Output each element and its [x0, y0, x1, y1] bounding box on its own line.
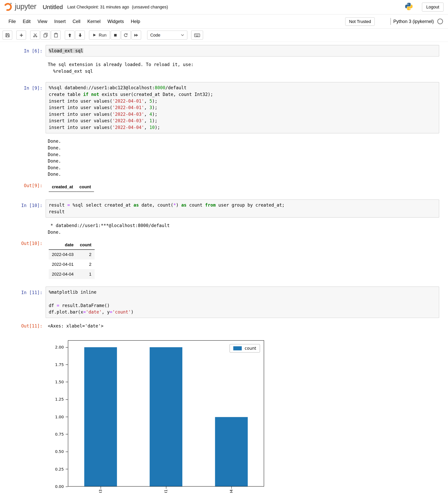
table-header-row: created_atcount	[49, 182, 94, 192]
code-line: result = %sql select created_at as date,…	[49, 202, 436, 209]
notebook-title[interactable]: Untitled	[43, 3, 63, 11]
jupyter-logo[interactable]: jupyter	[3, 2, 36, 12]
code-input[interactable]: %%sql databend://user1:abc123@localhost:…	[46, 82, 439, 134]
table-header-row: datecount	[49, 240, 95, 249]
chart-axes	[68, 340, 264, 486]
move-cell-down-button[interactable]	[75, 31, 85, 40]
x-tick-mark	[231, 486, 232, 489]
not-trusted-button[interactable]: Not Trusted	[345, 17, 375, 25]
x-tick-label: 2022-04-04	[229, 490, 234, 493]
y-tick-mark	[66, 347, 68, 347]
code-line: %matplotlib inline	[49, 289, 436, 296]
table-row: 2022-04-041	[49, 269, 95, 279]
code-cell: In [11]:%matplotlib inline df = result.D…	[17, 287, 439, 493]
save-button[interactable]	[2, 31, 12, 40]
y-tick-label: 1.25	[46, 397, 64, 402]
code-cell: In [10]:result = %sql select created_at …	[17, 199, 439, 279]
logout-button[interactable]: Logout	[422, 2, 444, 11]
cell-output-area: Done. Done. Done. Done. Done. Done.	[17, 138, 439, 178]
page: jupyter Untitled Last Checkpoint: 31 min…	[0, 0, 448, 493]
code-input[interactable]: %load_ext sql	[46, 45, 439, 57]
output-text: * databend://user1:***@localhost:8000/de…	[46, 222, 170, 235]
input-prompt: In [11]:	[17, 287, 46, 296]
scissors-icon	[33, 33, 38, 38]
legend-swatch	[233, 346, 242, 350]
menu-edit[interactable]: Edit	[19, 19, 34, 24]
move-cell-up-button[interactable]	[65, 31, 75, 40]
output-text: <Axes: xlabel='date'>	[46, 323, 103, 329]
restart-run-all-button[interactable]	[131, 31, 141, 40]
menu-help[interactable]: Help	[127, 19, 144, 24]
copy-icon	[43, 33, 48, 38]
stop-icon	[113, 33, 118, 38]
y-tick-label: 1.75	[46, 362, 64, 367]
table-row: 2022-04-032	[49, 250, 95, 259]
bar-chart-figure: 0.000.250.500.751.001.251.501.752.002022…	[46, 338, 266, 493]
table-cell: 2	[77, 250, 95, 259]
keyboard-icon	[194, 33, 200, 38]
y-tick-label: 0.50	[46, 449, 64, 454]
code-line: %%sql databend://user1:abc123@localhost:…	[49, 85, 436, 91]
code-line: insert into user values('2022-04-01', 3)…	[49, 104, 436, 111]
kernel-status-icon	[437, 19, 443, 24]
arrow-up-icon	[67, 33, 72, 38]
cell-type-value: Code	[150, 33, 160, 37]
save-icon	[5, 33, 10, 38]
cell-output-area: 0.000.250.500.751.001.251.501.752.002022…	[17, 334, 439, 493]
chevron-down-icon	[181, 33, 184, 37]
output-text: Done. Done. Done. Done. Done. Done.	[46, 138, 61, 178]
code-line: %load_ext sql	[49, 48, 436, 54]
paste-cell-button[interactable]	[51, 31, 61, 40]
interrupt-kernel-button[interactable]	[111, 31, 120, 40]
y-tick-label: 2.00	[46, 345, 64, 350]
table-column-header: count	[76, 182, 94, 192]
cell-output-area: Out[11]:<Axes: xlabel='date'>	[17, 323, 439, 329]
fast-forward-icon	[134, 33, 139, 38]
kernel-name: Python 3 (ipykernel)	[393, 19, 434, 24]
cell-type-select[interactable]: Code	[147, 31, 187, 40]
menu-widgets[interactable]: Widgets	[104, 19, 127, 24]
output-prompt: Out[11]:	[17, 323, 46, 329]
add-cell-button[interactable]	[16, 31, 26, 40]
y-tick-mark	[66, 469, 68, 470]
legend-label: count	[245, 346, 256, 351]
menu-kernel[interactable]: Kernel	[84, 19, 104, 24]
table-column-header: created_at	[49, 182, 76, 192]
y-tick-label: 0.25	[46, 467, 64, 472]
menu-cell[interactable]: Cell	[69, 19, 84, 24]
chart-legend: count	[230, 344, 260, 352]
code-input[interactable]: result = %sql select created_at as date,…	[46, 199, 439, 218]
restart-kernel-button[interactable]	[121, 31, 131, 40]
menu-view[interactable]: View	[34, 19, 51, 24]
code-line: insert into user values('2022-04-04', 10…	[49, 124, 436, 131]
y-tick-mark	[66, 364, 68, 365]
output-text: The sql extension is already loaded. To …	[46, 61, 194, 75]
plus-icon	[19, 33, 24, 38]
cell-output-area: Out[10]:datecount2022-04-0322022-04-0122…	[17, 240, 439, 279]
table-cell: 2	[77, 259, 95, 269]
header: jupyter Untitled Last Checkpoint: 31 min…	[0, 0, 448, 14]
cell-input-area: In [6]:%load_ext sql	[17, 45, 439, 57]
dataframe-output: datecount2022-04-0322022-04-0122022-04-0…	[49, 240, 95, 279]
code-line: df.plot.bar(x='date', y='count')	[49, 309, 436, 315]
code-line	[49, 296, 436, 302]
code-line: insert into user values('2022-04-03', 1)…	[49, 118, 436, 124]
table-cell: 1	[77, 269, 95, 279]
menu-insert[interactable]: Insert	[51, 19, 69, 24]
code-line: insert into user values('2022-04-03', 4)…	[49, 111, 436, 118]
dataframe-table: created_atcount	[49, 182, 94, 192]
run-label: Run	[99, 33, 107, 37]
command-palette-button[interactable]	[191, 31, 203, 40]
copy-cell-button[interactable]	[41, 31, 50, 40]
y-tick-mark	[66, 417, 68, 417]
menu-file[interactable]: File	[5, 19, 20, 24]
y-tick-mark	[66, 382, 68, 382]
table-cell: 2022-04-01	[49, 259, 77, 269]
cut-cell-button[interactable]	[30, 31, 40, 40]
cell-input-area: In [9]:%%sql databend://user1:abc123@loc…	[17, 82, 439, 134]
run-button[interactable]: Run	[89, 31, 110, 40]
code-line: df = result.DataFrame()	[49, 302, 436, 309]
code-input[interactable]: %matplotlib inline df = result.DataFrame…	[46, 287, 439, 318]
cell-input-area: In [11]:%matplotlib inline df = result.D…	[17, 287, 439, 318]
notebook: In [6]:%load_ext sqlThe sql extension is…	[0, 42, 439, 493]
